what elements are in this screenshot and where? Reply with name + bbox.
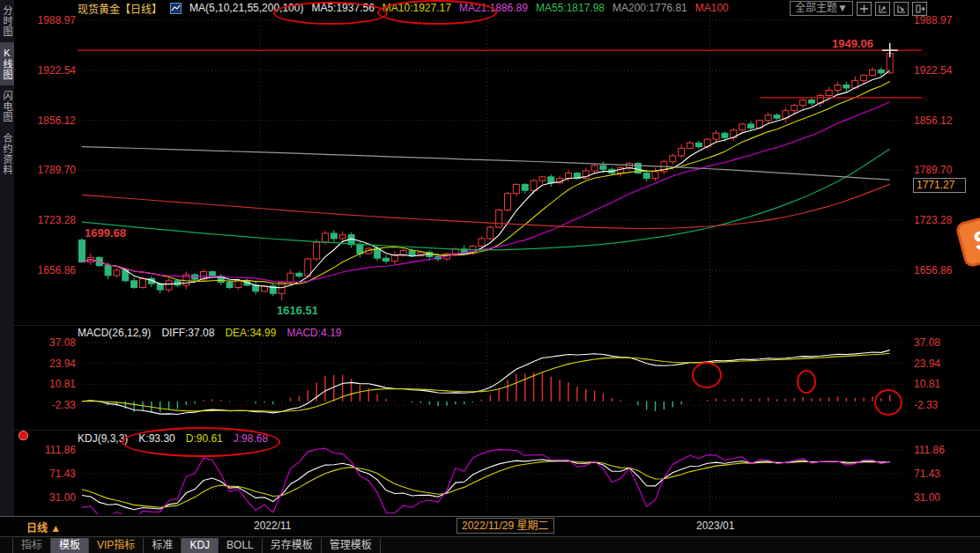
tab-save-template[interactable]: 另存模板	[263, 538, 322, 553]
bottom-tab-bar: 指标 模板 VIP指标 标准 KDJ BOLL 另存模板 管理模板	[0, 536, 980, 553]
macd-diff-value: DIFF:37.08	[161, 327, 214, 339]
kdj-series	[82, 448, 890, 519]
period-selector[interactable]: 日线 ▲	[26, 520, 61, 535]
ma55-value: MA55:1817.98	[536, 2, 605, 14]
crosshair-move-icon[interactable]	[857, 2, 872, 16]
ma5-value: MA5:1937.56	[311, 2, 374, 14]
selected-date-label: 2022/11/29 星期二	[457, 518, 554, 534]
ma21-value: MA21:1886.89	[459, 2, 528, 14]
early-high-price-label: 1699.68	[85, 226, 126, 240]
date-label-2: 2023/01	[696, 520, 734, 532]
tab-indicator[interactable]: 指标	[12, 538, 51, 553]
left-sidebar: 分时图 K线图 闪电图 合约资料	[0, 0, 14, 553]
tab-kdj[interactable]: KDJ	[182, 538, 219, 553]
candlestick-series	[79, 50, 894, 300]
kdj-j-value: J:98.68	[234, 432, 268, 445]
panel-divider	[0, 430, 980, 431]
chart-toolbar: 全部主题▼	[790, 1, 927, 16]
sidebar-item-kline-chart[interactable]: K线图	[0, 42, 14, 85]
macd-indicator-header: MACD(26,12,9) DIFF:37.08 DEA:34.99 MACD:…	[78, 327, 341, 339]
trading-terminal: 1988.971988.971922.541922.541856.121856.…	[0, 0, 980, 553]
axis-price-tag: 1771.27	[913, 178, 966, 193]
tab-template[interactable]: 模板	[51, 538, 89, 553]
ma200-value: MA200:1776.81	[612, 2, 687, 14]
ma10-value: MA10:1927.17	[382, 2, 451, 14]
axis-zoom-down-icon[interactable]	[894, 2, 909, 16]
chart-canvas[interactable]	[0, 0, 980, 553]
kdj-indicator-header: KDJ(9,3,3) K:93.30 D:90.61 J:98.68	[78, 432, 268, 445]
tab-vip-indicator[interactable]: VIP指标	[89, 538, 144, 553]
kdj-k-value: K:93.30	[138, 432, 174, 445]
tab-boll[interactable]: BOLL	[219, 538, 263, 553]
kdj-d-value: D:90.61	[186, 432, 223, 445]
tab-standard[interactable]: 标准	[144, 538, 182, 553]
kdj-title: KDJ(9,3,3)	[78, 432, 128, 445]
symbol-title: 现货黄金【日线】	[78, 1, 162, 16]
line-chart-icon	[170, 3, 182, 14]
tab-manage-template[interactable]: 管理模板	[322, 538, 381, 553]
macd-value: MACD:4.19	[286, 327, 341, 339]
date-label-1: 2022/11	[254, 520, 292, 532]
main-chart-legend: 现货黄金【日线】 MA(5,10,21,55,200,100) MA5:1937…	[78, 1, 729, 15]
high-price-label: 1949.06	[832, 37, 873, 50]
panel-divider	[0, 325, 980, 326]
macd-dea-value: DEA:34.99	[225, 327, 276, 339]
sidebar-item-lightning-chart[interactable]: 闪电图	[0, 85, 14, 128]
indicator-settings-icon[interactable]	[19, 431, 28, 440]
theme-dropdown-button[interactable]: 全部主题▼	[790, 1, 853, 16]
date-axis-bar: 日线 ▲ 2022/11 2022/11/29 星期二 2023/01	[0, 516, 980, 536]
ma-params-label: MA(5,10,21,55,200,100)	[189, 2, 303, 14]
macd-title: MACD(26,12,9)	[78, 327, 151, 339]
exit-panel-icon[interactable]	[912, 2, 927, 16]
sidebar-item-contract-info[interactable]: 合约资料	[0, 128, 14, 181]
ma100-label: MA100	[695, 2, 729, 14]
axis-zoom-up-icon[interactable]	[875, 2, 890, 16]
low-price-label: 1616.51	[277, 304, 318, 317]
sidebar-item-time-chart[interactable]: 分时图	[0, 0, 14, 42]
